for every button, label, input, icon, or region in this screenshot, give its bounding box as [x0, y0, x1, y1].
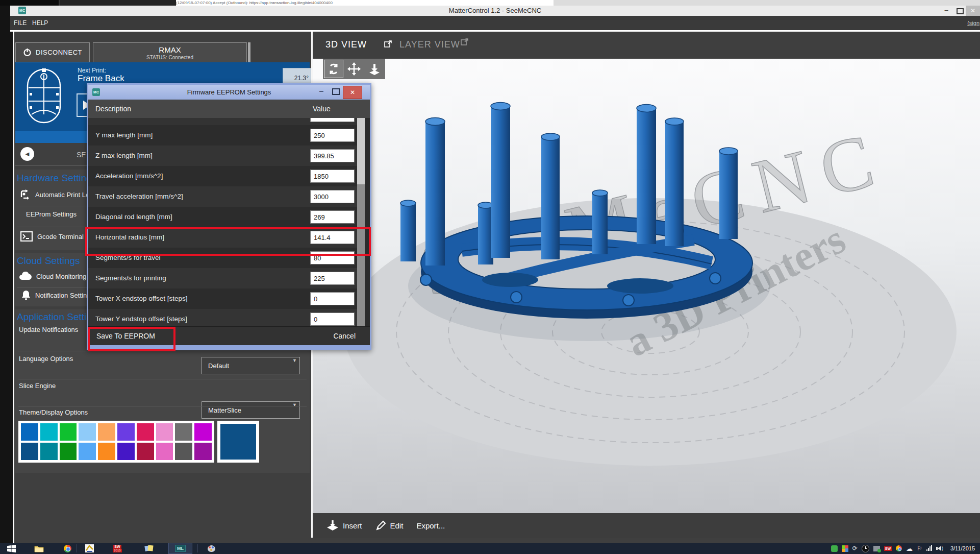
- theme-swatch[interactable]: [79, 443, 96, 460]
- theme-swatch[interactable]: [21, 423, 38, 441]
- theme-swatch-selected[interactable]: [217, 421, 259, 463]
- value-input[interactable]: [310, 190, 355, 203]
- tray-onedrive-icon[interactable]: ☁: [906, 545, 913, 552]
- start-button[interactable]: [6, 544, 16, 553]
- maximize-button[interactable]: [957, 8, 964, 14]
- sidebar-item-gcode-terminal[interactable]: Gcode Terminal: [20, 231, 84, 242]
- tray-action-center-icon[interactable]: ⚐: [917, 545, 922, 552]
- language-select[interactable]: Default ▼: [202, 357, 300, 374]
- temperature-widget[interactable]: 21.3°: [283, 68, 311, 83]
- taskbar-date[interactable]: 3/11/2015: [947, 545, 978, 551]
- table-row[interactable]: Z max length [mm]: [88, 146, 357, 166]
- sidebar-item-eeprom-settings[interactable]: EEProm Settings: [26, 210, 77, 218]
- taskbar-paint[interactable]: [206, 544, 216, 553]
- insert-button[interactable]: Insert: [326, 520, 362, 531]
- table-row[interactable]: Segments/s for printing: [88, 268, 357, 288]
- table-row[interactable]: Acceleration [mm/s^2]: [88, 166, 357, 186]
- table-row[interactable]: Travel acceleration [mm/s^2]: [88, 186, 357, 207]
- theme-swatch[interactable]: [60, 443, 77, 460]
- scrollbar-thumb[interactable]: [248, 42, 250, 62]
- theme-swatch[interactable]: [156, 443, 173, 460]
- printer-status-box[interactable]: RMAX STATUS: Connected: [93, 42, 247, 63]
- tray-green-app-icon[interactable]: [831, 545, 838, 552]
- tray-color-grid-icon[interactable]: [842, 545, 848, 552]
- table-row[interactable]: Tower Y endstop offset [steps]: [88, 309, 357, 326]
- taskbar-sticky-notes[interactable]: [144, 544, 154, 553]
- sign-in-link[interactable]: (sign: [967, 16, 979, 30]
- tray-volume-icon[interactable]: ): [936, 546, 943, 551]
- tray-chrome-icon[interactable]: [896, 545, 902, 551]
- dialog-minimize-button[interactable]: –: [318, 85, 325, 97]
- taskbar-chrome[interactable]: [62, 544, 72, 553]
- disconnect-button[interactable]: DISCONNECT: [15, 42, 90, 62]
- value-input[interactable]: [310, 292, 355, 305]
- taskbar-mattercontrol-active[interactable]: ML: [168, 543, 192, 554]
- theme-swatch[interactable]: [117, 423, 135, 441]
- sidebar-item-update-notifications[interactable]: Update Notifications: [19, 326, 78, 333]
- theme-swatch[interactable]: [21, 443, 38, 460]
- minimize-button[interactable]: –: [943, 6, 950, 15]
- tray-network-icon[interactable]: [926, 546, 932, 551]
- rotate-tool-button[interactable]: [324, 60, 343, 78]
- value-input[interactable]: [310, 312, 355, 326]
- value-input[interactable]: [310, 149, 355, 162]
- settings-tab-partial[interactable]: SE: [77, 151, 86, 159]
- value-input[interactable]: [310, 129, 355, 142]
- tab-3d-view[interactable]: 3D VIEW: [325, 39, 367, 50]
- sidebar-item-notification-settings[interactable]: Notification Settings: [21, 290, 94, 300]
- dialog-close-button[interactable]: ✕: [343, 86, 362, 99]
- slice-engine-select[interactable]: MatterSlice ▼: [202, 401, 300, 419]
- value-input[interactable]: [310, 170, 355, 183]
- theme-swatch[interactable]: [79, 423, 96, 441]
- theme-swatch[interactable]: [98, 423, 115, 441]
- 3d-viewport[interactable]: SeeMeCNC a 3D Printers: [313, 59, 980, 513]
- popout-icon[interactable]: [384, 40, 392, 47]
- tray-clock-icon[interactable]: [862, 545, 869, 552]
- table-row[interactable]: Tower X endstop offset [steps]: [88, 288, 357, 309]
- taskbar-cad-app[interactable]: [84, 544, 94, 553]
- theme-swatch[interactable]: [60, 423, 77, 441]
- theme-swatch[interactable]: [175, 443, 192, 460]
- table-row[interactable]: Segments/s for travel: [88, 248, 357, 268]
- tray-solidworks-icon[interactable]: SW: [884, 546, 892, 551]
- taskbar-file-explorer[interactable]: [34, 544, 44, 553]
- dialog-scrollbar[interactable]: [357, 118, 365, 326]
- table-row[interactable]: Y max length [mm]: [88, 125, 357, 146]
- theme-swatch[interactable]: [194, 423, 212, 441]
- sidebar-item-cloud-monitoring[interactable]: Cloud Monitoring: [18, 272, 86, 281]
- menu-file[interactable]: FILE: [14, 16, 27, 30]
- theme-swatch[interactable]: [137, 423, 154, 441]
- tray-sync-icon[interactable]: ⟳: [852, 545, 858, 552]
- value-input[interactable]: [310, 210, 355, 224]
- value-input[interactable]: [310, 272, 355, 285]
- theme-swatch[interactable]: [40, 443, 58, 460]
- theme-swatch[interactable]: [40, 423, 58, 441]
- table-row-horizontal-radius[interactable]: Horizontal radius [mm]: [88, 227, 357, 248]
- dialog-titlebar[interactable]: MC Firmware EEPROM Settings – ✕: [88, 85, 370, 100]
- dialog-maximize-button[interactable]: [332, 88, 340, 95]
- tab-layer-view[interactable]: LAYER VIEW: [399, 39, 460, 50]
- export-button[interactable]: Export...: [416, 521, 445, 530]
- popout-icon[interactable]: [461, 38, 469, 45]
- theme-swatch[interactable]: [175, 423, 192, 441]
- cancel-button[interactable]: Cancel: [333, 327, 356, 345]
- theme-swatch[interactable]: [137, 443, 154, 460]
- theme-swatch[interactable]: [98, 443, 115, 460]
- tray-device-icon[interactable]: [873, 546, 880, 551]
- menu-help[interactable]: HELP: [32, 16, 48, 30]
- edit-button[interactable]: Edit: [375, 520, 404, 531]
- value-input[interactable]: [310, 251, 355, 264]
- theme-swatch[interactable]: [156, 423, 173, 441]
- table-row[interactable]: Diagonal rod length [mm]: [88, 207, 357, 227]
- scrollbar-thumb[interactable]: [357, 118, 365, 184]
- close-button[interactable]: ✕: [966, 6, 980, 16]
- taskbar-solidworks[interactable]: SW 2015: [112, 544, 122, 553]
- drop-to-bed-tool-button[interactable]: [365, 60, 384, 78]
- value-input[interactable]: [310, 231, 355, 244]
- value-input[interactable]: [310, 118, 355, 122]
- move-tool-button[interactable]: [344, 60, 364, 78]
- theme-swatch[interactable]: [194, 443, 212, 460]
- theme-swatch[interactable]: [117, 443, 135, 460]
- save-to-eeprom-button[interactable]: Save To EEPROM: [96, 327, 155, 345]
- back-arrow-icon[interactable]: ◄: [20, 147, 34, 161]
